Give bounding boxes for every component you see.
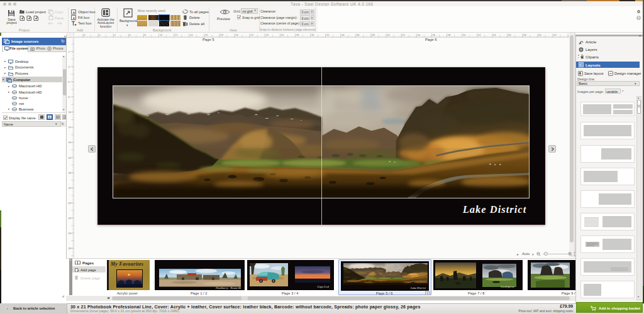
svg-text:58: 58	[523, 33, 526, 36]
svg-text:48: 48	[448, 33, 451, 36]
svg-text:30: 30	[311, 33, 314, 36]
svg-text:28: 28	[296, 33, 299, 36]
svg-text:26: 26	[281, 33, 284, 36]
svg-text:32: 32	[326, 33, 330, 36]
svg-text:36: 36	[357, 33, 360, 36]
svg-text:12: 12	[68, 126, 71, 129]
svg-text:34: 34	[341, 33, 345, 36]
svg-text:24: 24	[68, 217, 71, 220]
svg-text:46: 46	[433, 33, 436, 36]
svg-text:44: 44	[417, 33, 420, 36]
svg-text:54: 54	[493, 33, 496, 36]
svg-text:10: 10	[160, 33, 163, 36]
svg-text:22: 22	[250, 33, 253, 36]
svg-text:40: 40	[387, 33, 390, 36]
svg-text:20: 20	[68, 187, 71, 190]
svg-text:16: 16	[205, 33, 208, 36]
svg-text:18: 18	[68, 171, 71, 175]
svg-text:24: 24	[265, 33, 269, 36]
svg-text:56: 56	[508, 33, 511, 36]
svg-text:16: 16	[68, 156, 71, 160]
svg-text:12: 12	[175, 33, 178, 36]
svg-text:22: 22	[68, 202, 71, 205]
svg-text:10: 10	[68, 111, 71, 114]
svg-text:52: 52	[478, 33, 481, 36]
svg-text:60: 60	[538, 33, 541, 36]
svg-text:42: 42	[402, 33, 405, 36]
svg-text:14: 14	[68, 141, 71, 144]
svg-text:20: 20	[235, 33, 238, 36]
svg-text:50: 50	[463, 33, 466, 36]
svg-text:14: 14	[190, 33, 193, 36]
svg-text:62: 62	[553, 33, 557, 36]
svg-text:26: 26	[68, 232, 71, 235]
svg-text:38: 38	[372, 33, 375, 36]
svg-text:28: 28	[68, 247, 71, 250]
svg-text:18: 18	[220, 33, 223, 36]
